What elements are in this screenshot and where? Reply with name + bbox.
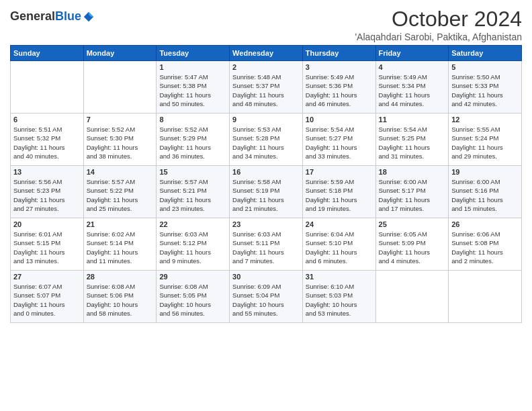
week-row: 13Sunrise: 5:56 AMSunset: 5:23 PMDayligh… bbox=[11, 166, 522, 218]
subtitle: 'Alaqahdari Sarobi, Paktika, Afghanistan bbox=[355, 32, 522, 42]
cell-line: Sunrise: 5:56 AM bbox=[13, 177, 81, 186]
cell-line: and 36 minutes. bbox=[159, 152, 226, 161]
calendar-header: SundayMondayTuesdayWednesdayThursdayFrid… bbox=[11, 46, 522, 61]
day-number: 24 bbox=[306, 220, 373, 228]
day-number: 14 bbox=[87, 168, 154, 176]
cell-line: and 58 minutes. bbox=[87, 309, 154, 318]
cell-line: Sunrise: 6:03 AM bbox=[159, 230, 226, 238]
cell-line: Daylight: 11 hours bbox=[13, 300, 81, 309]
calendar-cell: 28Sunrise: 6:08 AMSunset: 5:06 PMDayligh… bbox=[83, 271, 157, 323]
cell-line: and 40 minutes. bbox=[13, 152, 81, 161]
cell-line: and 38 minutes. bbox=[87, 152, 154, 161]
day-number: 16 bbox=[232, 168, 300, 176]
cell-line: Sunrise: 5:57 AM bbox=[159, 177, 226, 186]
cell-line: Sunrise: 6:02 AM bbox=[87, 230, 154, 238]
cell-line: Sunset: 5:08 PM bbox=[451, 238, 519, 247]
calendar-cell: 3Sunrise: 5:49 AMSunset: 5:36 PMDaylight… bbox=[302, 61, 375, 113]
header-row: SundayMondayTuesdayWednesdayThursdayFrid… bbox=[11, 46, 522, 61]
day-number: 23 bbox=[232, 220, 300, 228]
cell-line: Sunrise: 5:55 AM bbox=[451, 125, 519, 134]
calendar-cell: 30Sunrise: 6:09 AMSunset: 5:04 PMDayligh… bbox=[230, 271, 303, 323]
calendar-cell: 6Sunrise: 5:51 AMSunset: 5:32 PMDaylight… bbox=[11, 113, 84, 166]
cell-line: Sunrise: 6:01 AM bbox=[13, 230, 81, 238]
cell-line: Sunrise: 6:06 AM bbox=[451, 230, 519, 238]
cell-line: Sunset: 5:06 PM bbox=[87, 291, 154, 300]
cell-line: Daylight: 11 hours bbox=[159, 195, 226, 204]
calendar-cell: 31Sunrise: 6:10 AMSunset: 5:03 PMDayligh… bbox=[302, 271, 375, 323]
day-number: 13 bbox=[13, 168, 81, 176]
cell-line: and 6 minutes. bbox=[306, 257, 373, 265]
cell-line: Daylight: 10 hours bbox=[232, 300, 300, 309]
cell-line: Sunset: 5:29 PM bbox=[159, 134, 226, 142]
cell-line: and 25 minutes. bbox=[87, 204, 154, 213]
cell-line: Daylight: 11 hours bbox=[232, 248, 300, 257]
cell-line: Daylight: 11 hours bbox=[306, 91, 373, 99]
cell-line: Sunrise: 5:49 AM bbox=[379, 73, 446, 81]
cell-line: Sunrise: 6:08 AM bbox=[87, 282, 154, 291]
cell-line: and 29 minutes. bbox=[451, 152, 519, 161]
calendar-cell: 24Sunrise: 6:04 AMSunset: 5:10 PMDayligh… bbox=[302, 218, 375, 271]
logo-general: GeneralBlue bbox=[10, 9, 81, 24]
cell-line: Sunset: 5:28 PM bbox=[232, 134, 300, 142]
title-block: October 2024 'Alaqahdari Sarobi, Paktika… bbox=[355, 7, 522, 42]
cell-line: Sunrise: 5:51 AM bbox=[13, 125, 81, 134]
cell-line: Sunrise: 5:59 AM bbox=[306, 177, 373, 186]
cell-line: Sunset: 5:32 PM bbox=[13, 134, 81, 142]
day-number: 31 bbox=[306, 273, 373, 281]
day-number: 7 bbox=[87, 116, 154, 124]
cell-line: Daylight: 11 hours bbox=[87, 248, 154, 257]
cell-line: Sunrise: 5:54 AM bbox=[379, 125, 446, 134]
header: GeneralBlue October 2024 'Alaqahdari Sar… bbox=[10, 7, 522, 42]
cell-line: Daylight: 11 hours bbox=[159, 248, 226, 257]
day-number: 30 bbox=[232, 273, 300, 281]
cell-line: Sunrise: 6:00 AM bbox=[451, 177, 519, 186]
cell-line: Sunset: 5:04 PM bbox=[232, 291, 300, 300]
cell-line: Sunset: 5:19 PM bbox=[232, 186, 300, 195]
day-number: 17 bbox=[306, 168, 373, 176]
calendar-cell: 14Sunrise: 5:57 AMSunset: 5:22 PMDayligh… bbox=[83, 166, 157, 218]
calendar-cell: 29Sunrise: 6:08 AMSunset: 5:05 PMDayligh… bbox=[157, 271, 230, 323]
cell-line: Sunrise: 6:07 AM bbox=[13, 282, 81, 291]
cell-line: Daylight: 11 hours bbox=[159, 91, 226, 99]
calendar-cell: 7Sunrise: 5:52 AMSunset: 5:30 PMDaylight… bbox=[83, 113, 157, 166]
day-number: 15 bbox=[159, 168, 226, 176]
calendar-cell: 27Sunrise: 6:07 AMSunset: 5:07 PMDayligh… bbox=[11, 271, 84, 323]
calendar-cell: 19Sunrise: 6:00 AMSunset: 5:16 PMDayligh… bbox=[449, 166, 522, 218]
logo-icon bbox=[83, 11, 95, 23]
week-row: 20Sunrise: 6:01 AMSunset: 5:15 PMDayligh… bbox=[11, 218, 522, 271]
day-number: 26 bbox=[451, 220, 519, 228]
header-cell-thursday: Thursday bbox=[302, 46, 375, 61]
cell-line: Sunrise: 5:47 AM bbox=[159, 73, 226, 81]
calendar-cell bbox=[375, 271, 449, 323]
cell-line: Daylight: 11 hours bbox=[232, 143, 300, 152]
cell-line: Sunrise: 6:09 AM bbox=[232, 282, 300, 291]
cell-line: Sunrise: 5:54 AM bbox=[306, 125, 373, 134]
cell-line: and 44 minutes. bbox=[379, 99, 446, 108]
cell-line: Sunrise: 6:08 AM bbox=[159, 282, 226, 291]
cell-line: Sunrise: 5:57 AM bbox=[87, 177, 154, 186]
cell-line: Daylight: 10 hours bbox=[159, 300, 226, 309]
header-cell-tuesday: Tuesday bbox=[157, 46, 230, 61]
cell-line: and 50 minutes. bbox=[159, 99, 226, 108]
day-number: 21 bbox=[87, 220, 154, 228]
cell-line: Sunrise: 5:50 AM bbox=[451, 73, 519, 81]
cell-line: Daylight: 11 hours bbox=[379, 143, 446, 152]
day-number: 29 bbox=[159, 273, 226, 281]
cell-line: Sunset: 5:16 PM bbox=[451, 186, 519, 195]
cell-line: and 55 minutes. bbox=[232, 309, 300, 318]
header-cell-friday: Friday bbox=[375, 46, 449, 61]
cell-line: and 9 minutes. bbox=[159, 257, 226, 265]
cell-line: Daylight: 11 hours bbox=[232, 195, 300, 204]
cell-line: Sunset: 5:15 PM bbox=[13, 238, 81, 247]
calendar-cell: 17Sunrise: 5:59 AMSunset: 5:18 PMDayligh… bbox=[302, 166, 375, 218]
day-number: 11 bbox=[379, 116, 446, 124]
calendar-cell: 9Sunrise: 5:53 AMSunset: 5:28 PMDaylight… bbox=[230, 113, 303, 166]
calendar-cell bbox=[83, 61, 157, 113]
calendar-cell bbox=[11, 61, 84, 113]
calendar-cell: 18Sunrise: 6:00 AMSunset: 5:17 PMDayligh… bbox=[375, 166, 449, 218]
cell-line: Sunset: 5:07 PM bbox=[13, 291, 81, 300]
calendar-cell: 8Sunrise: 5:52 AMSunset: 5:29 PMDaylight… bbox=[157, 113, 230, 166]
week-row: 27Sunrise: 6:07 AMSunset: 5:07 PMDayligh… bbox=[11, 271, 522, 323]
calendar-cell: 20Sunrise: 6:01 AMSunset: 5:15 PMDayligh… bbox=[11, 218, 84, 271]
cell-line: and 56 minutes. bbox=[159, 309, 226, 318]
